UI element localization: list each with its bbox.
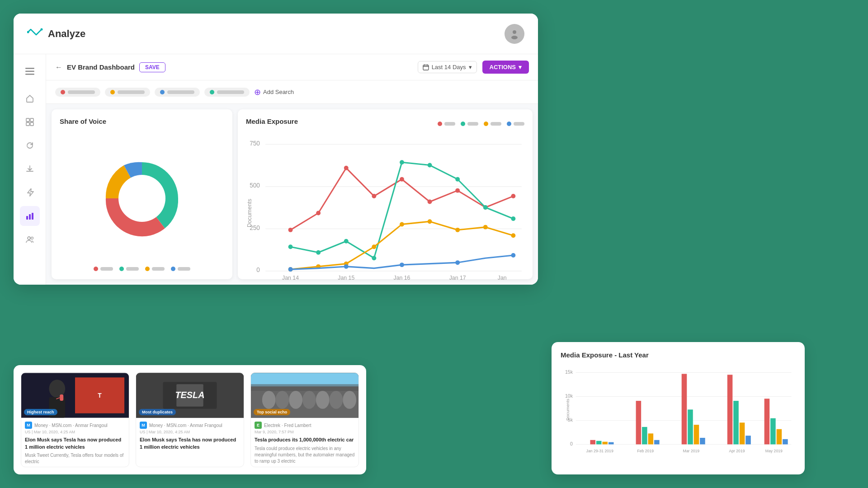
legend-dot-lucid	[145, 267, 150, 271]
media-exposure-card: Media Exposure	[238, 109, 533, 279]
svg-rect-12	[29, 214, 31, 220]
media-dot-rivian	[461, 122, 465, 126]
svg-text:Jan 14: Jan 14	[282, 274, 299, 281]
news-source-1: M Money · MSN.com · Anmar Frangoul	[25, 422, 125, 429]
news-source-name-1: Money · MSN.com · Anmar Frangoul	[34, 423, 108, 428]
svg-rect-9	[26, 122, 29, 126]
search-tag-3[interactable]	[155, 88, 200, 97]
svg-point-47	[455, 177, 460, 182]
back-button[interactable]: ←	[55, 63, 62, 71]
svg-rect-4	[25, 68, 34, 69]
svg-point-55	[428, 219, 432, 224]
svg-rect-114	[733, 401, 739, 444]
search-tag-4[interactable]	[204, 88, 250, 97]
search-tag-2[interactable]	[105, 88, 150, 97]
sidebar-item-bolt[interactable]	[20, 183, 40, 202]
date-range-selector[interactable]: Last 14 Days ▾	[418, 61, 477, 73]
news-badge-2: Most duplicates	[139, 409, 176, 415]
svg-rect-109	[682, 374, 687, 444]
svg-point-54	[400, 222, 404, 226]
media-legend-rivian	[461, 122, 478, 126]
svg-rect-118	[770, 418, 776, 445]
svg-point-80	[289, 391, 302, 409]
svg-point-63	[511, 253, 515, 258]
media-year-card: Media Exposure - Last Year 15k 10k 5k 0 …	[552, 342, 805, 474]
news-badge-3: Top social echo	[254, 409, 290, 415]
svg-point-61	[400, 263, 404, 267]
svg-rect-13	[32, 213, 33, 220]
svg-text:Jan 15: Jan 15	[338, 274, 354, 281]
svg-rect-111	[694, 425, 699, 444]
sidebar-item-refresh[interactable]	[20, 136, 40, 155]
svg-rect-120	[783, 439, 788, 445]
svg-rect-7	[26, 118, 29, 122]
sidebar-item-chart[interactable]	[20, 206, 40, 226]
svg-rect-69	[60, 394, 63, 401]
news-source-3: E Electrek · Fred Lambert	[255, 422, 355, 429]
svg-point-59	[288, 267, 293, 272]
svg-point-40	[511, 194, 515, 198]
sidebar-item-users[interactable]	[20, 230, 40, 249]
media-dot-nio	[507, 122, 511, 126]
svg-text:Mar 2019: Mar 2019	[683, 449, 700, 453]
charts-row: Share of Voice	[46, 104, 538, 285]
news-source-name-2: Money · MSN.com · Anmar Frangoul	[149, 423, 222, 428]
svg-rect-115	[740, 422, 745, 444]
sidebar-item-download[interactable]	[20, 159, 40, 179]
actions-button[interactable]: ACTIONS ▾	[482, 61, 529, 74]
svg-text:Apr 2019: Apr 2019	[729, 449, 745, 453]
svg-point-79	[276, 391, 289, 409]
news-card-2[interactable]: TESLA Most duplicates M Money · MSN.com …	[136, 372, 244, 467]
news-excerpt-3: Tesla could produce electric vehicles in…	[255, 446, 355, 465]
legend-bar-tesla	[100, 267, 113, 271]
dashboard-title: EV Brand Dashboard	[67, 63, 135, 71]
search-bar: ⊕ Add Search	[46, 80, 538, 104]
legend-item-tesla	[94, 267, 113, 271]
news-source-icon-2: M	[140, 422, 147, 429]
news-card-3[interactable]: Top social echo E Electrek · Fred Lamber…	[250, 372, 359, 467]
add-search-button[interactable]: ⊕ Add Search	[254, 87, 294, 97]
actions-label: ACTIONS	[490, 64, 516, 70]
sidebar-item-home[interactable]	[20, 89, 40, 108]
svg-text:0: 0	[570, 441, 573, 446]
svg-rect-105	[636, 401, 642, 444]
svg-text:Jan 16: Jan 16	[393, 274, 410, 281]
hamburger-menu[interactable]	[20, 61, 40, 81]
toolbar-right: Last 14 Days ▾ ACTIONS ▾	[418, 61, 529, 74]
legend-dot-nio	[171, 267, 175, 271]
svg-rect-101	[590, 440, 595, 445]
svg-rect-104	[609, 442, 614, 445]
media-chart-container: 750 500 250 0 Documents Jan 14 Jan 15	[246, 134, 524, 285]
svg-rect-116	[745, 436, 751, 444]
svg-rect-117	[764, 399, 770, 444]
svg-point-33	[316, 211, 321, 215]
svg-text:Jan: Jan	[498, 274, 507, 281]
news-badge-1: Highest reach	[24, 409, 57, 415]
media-bar-lucid	[491, 122, 501, 126]
sov-title: Share of Voice	[60, 117, 224, 125]
svg-point-53	[372, 244, 376, 249]
logo-area: Analyze	[27, 26, 85, 42]
toolbar: ← EV Brand Dashboard SAVE Last 14 Days ▾…	[46, 54, 538, 80]
svg-rect-112	[700, 438, 705, 444]
news-card-1[interactable]: T Highest reach M Money · MSN.com · Anma…	[21, 372, 129, 467]
save-button[interactable]: SAVE	[139, 62, 165, 72]
user-avatar[interactable]	[505, 24, 524, 44]
svg-rect-10	[30, 122, 33, 126]
news-img-1: T Highest reach	[21, 373, 129, 418]
sidebar-item-grid[interactable]	[20, 112, 40, 132]
legend-item-nio	[171, 267, 190, 271]
svg-point-1	[41, 28, 43, 31]
svg-point-44	[372, 256, 376, 260]
tag-dot-3	[160, 90, 165, 94]
add-icon: ⊕	[254, 87, 261, 97]
news-meta-2: M Money · MSN.com · Anmar Frangoul US | …	[136, 418, 244, 454]
svg-text:TESLA: TESLA	[175, 390, 205, 400]
svg-rect-102	[596, 441, 602, 445]
svg-point-35	[372, 194, 376, 198]
legend-dot-tesla	[94, 267, 98, 271]
search-tag-1[interactable]	[55, 88, 100, 97]
share-of-voice-card: Share of Voice	[52, 109, 232, 279]
media-year-chart: 15k 10k 5k 0 Documents Jan 29-31 2019 Fe…	[561, 364, 796, 464]
svg-text:0: 0	[256, 267, 260, 273]
